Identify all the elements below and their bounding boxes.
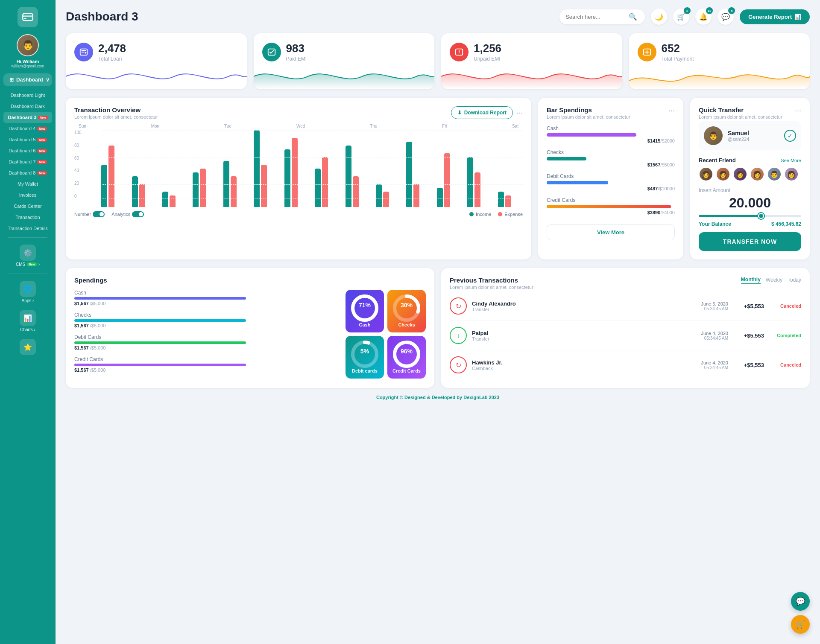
prev-tx-subtitle: Lorem ipsum dolor sit amet, consectetur: [450, 285, 533, 290]
sidebar-item-dashboard-dark[interactable]: Dashboard Dark: [3, 101, 52, 112]
unpaid-emi-label: Unpaid EMI: [474, 56, 501, 62]
friend-avatar-4[interactable]: 👩: [750, 167, 764, 181]
sidebar-item-my-wallet[interactable]: My Wallet: [3, 178, 52, 189]
total-payment-label: Total Payment: [662, 56, 694, 62]
spendings-card: Spendings Cash $1,567 /$5,000 Checks $1,…: [66, 268, 434, 388]
spendings-content: Cash $1,567 /$5,000 Checks $1,567 /$5,00…: [74, 290, 426, 379]
sidebar-logo[interactable]: [18, 7, 38, 27]
gear-icon: ⚙️: [20, 245, 36, 261]
svg-rect-0: [23, 14, 32, 20]
tab-today[interactable]: Today: [788, 277, 801, 284]
sidebar-item-favorites[interactable]: ⭐: [3, 335, 52, 360]
badge-new: New: [37, 160, 47, 164]
download-report-button[interactable]: ⬇ Download Report: [451, 106, 513, 119]
page-title: Dashboard 3: [66, 10, 138, 23]
sidebar-divider: [8, 274, 47, 274]
friend-avatar-3[interactable]: 👩: [733, 167, 747, 181]
dashboard-menu-btn[interactable]: ⊞ Dashboard ∨: [3, 73, 52, 86]
fab-support[interactable]: 💬: [791, 592, 810, 611]
sidebar-item-dashboard-light[interactable]: Dashboard Light: [3, 90, 52, 101]
bottom-row: Spendings Cash $1,567 /$5,000 Checks $1,…: [66, 268, 810, 388]
friend-avatars: 👩 👩 👩 👩 👨 👩: [699, 167, 801, 181]
total-payment-wave: [629, 64, 810, 89]
prev-tx-title: Previous Transactions: [450, 277, 533, 284]
amount-display: 20.000: [699, 195, 801, 211]
previous-transactions-card: Previous Transactions Lorem ipsum dolor …: [441, 268, 810, 388]
insert-amount-label: Insert Amount: [699, 187, 801, 193]
table-row: ↻ Hawkins Jr. Cashback June 4, 2020 05:3…: [450, 350, 801, 379]
footer: Copyright © Designed & Developed by Dexi…: [66, 388, 810, 403]
quick-transfer-more-btn[interactable]: ···: [795, 106, 801, 115]
transaction-list: ↻ Cindy Alexandro Transfer June 5, 2020 …: [450, 291, 801, 379]
badge-new: New: [37, 127, 47, 131]
bar-spendings-items: Cash $1415 /$2000 Checks $1567 /$5000: [547, 125, 675, 215]
donut-debit: 5% Debit cards: [346, 336, 384, 379]
bar-spendings-card: Bar Spendings Lorem ipsum dolor sit amet…: [538, 98, 683, 259]
sidebar-item-dashboard-4[interactable]: Dashboard 4 New: [3, 123, 52, 134]
paid-emi-label: Paid EMI: [286, 56, 307, 62]
legend-analytics-toggle[interactable]: Analytics: [111, 211, 144, 217]
notifications-btn[interactable]: 🛒 2: [673, 9, 689, 25]
sidebar-item-dashboard-8[interactable]: Dashboard 8 New: [3, 167, 52, 178]
unpaid-emi-number: 1,256: [474, 42, 501, 55]
quick-transfer-subtitle: Lorem ipsum dolor sit amet, consectetur: [699, 114, 782, 119]
tab-monthly[interactable]: Monthly: [741, 277, 761, 284]
bar-spendings-more-btn[interactable]: ···: [668, 106, 675, 115]
transfer-user-check[interactable]: ✓: [784, 130, 796, 142]
sidebar-item-invoices[interactable]: Invoices: [3, 189, 52, 201]
legend-income: Income: [469, 212, 491, 217]
bar-spending-cash: Cash $1415 /$2000: [547, 125, 675, 143]
total-loan-icon: [74, 43, 93, 61]
view-more-button[interactable]: View More: [547, 224, 675, 240]
tab-weekly[interactable]: Weekly: [766, 277, 782, 284]
friend-avatar-6[interactable]: 👩: [784, 167, 799, 181]
header-right: 🔍 🌙 🛒 2 🔔 12 💬 5 Generate Report 📊: [559, 9, 810, 25]
table-row: ↓ Paipal Transfer June 4, 2020 05:34:45 …: [450, 321, 801, 350]
bar-spending-credit: Credit Cards $3890 /$4000: [547, 197, 675, 215]
friend-avatar-2[interactable]: 👩: [716, 167, 730, 181]
generate-report-button[interactable]: Generate Report 📊: [740, 9, 810, 24]
badge-new: New: [37, 149, 47, 153]
sidebar-divider: [8, 237, 47, 238]
transfer-now-button[interactable]: TRANSFER NOW: [699, 232, 801, 251]
messages-btn[interactable]: 💬 5: [718, 9, 734, 25]
sidebar-item-charts[interactable]: 📊 Charts ›: [3, 306, 52, 335]
search-input[interactable]: [565, 14, 625, 20]
spending-checks: Checks $1,567 /$5,000: [74, 312, 339, 328]
download-icon: ⬇: [457, 110, 462, 116]
fab-cart[interactable]: 🛒: [791, 615, 810, 634]
notifications-badge: 2: [684, 7, 691, 14]
main-content: Dashboard 3 🔍 🌙 🛒 2 🔔 12 💬 5 Generate Re…: [56, 0, 820, 644]
tx-icon-3: ↻: [450, 356, 467, 373]
sidebar-item-dashboard-5[interactable]: Dashboard 5 New: [3, 134, 52, 145]
sidebar-email: william@gmail.com: [11, 64, 44, 68]
total-payment-number: 652: [662, 42, 694, 55]
legend-number-toggle[interactable]: Number: [74, 211, 105, 217]
sidebar-item-cards-center[interactable]: Cards Center: [3, 201, 52, 212]
sidebar-item-dashboard-6[interactable]: Dashboard 6 New: [3, 145, 52, 156]
stat-card-total-loan: 2,478 Total Loan: [66, 33, 247, 89]
see-more-link[interactable]: See More: [781, 158, 801, 163]
paid-emi-wave: [254, 64, 435, 89]
balance-row: Your Balance $ 456,345.62: [699, 221, 801, 227]
theme-toggle-btn[interactable]: 🌙: [651, 9, 667, 25]
badge-new: New: [37, 171, 47, 175]
bar-spending-debit: Debit Cards $487 /$10000: [547, 173, 675, 191]
sidebar-item-transaction[interactable]: Transaction: [3, 212, 52, 223]
more-options-button[interactable]: ···: [516, 108, 523, 117]
stat-card-total-payment: 652 Total Payment: [629, 33, 810, 89]
sidebar-item-apps[interactable]: 🌐 Apps ›: [3, 277, 52, 306]
friend-avatar-5[interactable]: 👨: [767, 167, 782, 181]
avatar: 👨: [17, 34, 39, 56]
table-row: ↻ Cindy Alexandro Transfer June 5, 2020 …: [450, 291, 801, 321]
sidebar-item-transaction-details[interactable]: Transaction Details: [3, 223, 52, 234]
friend-avatar-1[interactable]: 👩: [699, 167, 713, 181]
bell-btn[interactable]: 🔔 12: [695, 9, 712, 25]
amount-slider[interactable]: [699, 215, 801, 217]
stats-row: 2,478 Total Loan 983 Paid EMI: [66, 33, 810, 89]
badge-new: New: [37, 138, 47, 142]
sidebar-item-dashboard-7[interactable]: Dashboard 7 New: [3, 156, 52, 167]
sidebar-item-cms[interactable]: ⚙️ CMS New ›: [3, 241, 52, 270]
spendings-bars: Cash $1,567 /$5,000 Checks $1,567 /$5,00…: [74, 290, 339, 379]
sidebar-item-dashboard-3[interactable]: Dashboard 3 New: [3, 112, 52, 123]
